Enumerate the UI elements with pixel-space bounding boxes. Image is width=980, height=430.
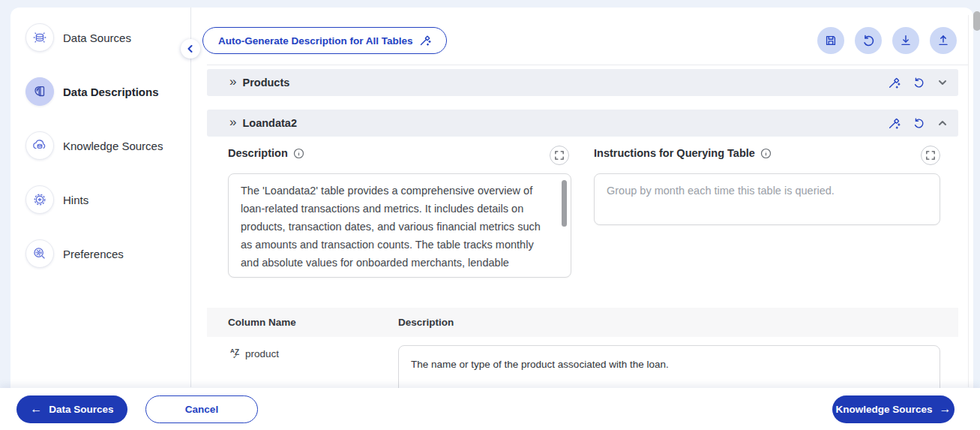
section-header-products[interactable]: » Products (207, 69, 958, 96)
sidebar-item-preferences[interactable]: Preferences (25, 239, 124, 268)
sidebar-item-data-descriptions[interactable]: Data Descriptions (25, 77, 159, 106)
sidebar-item-label: Data Sources (63, 32, 131, 44)
sidebar-item-label: Knowledge Sources (63, 140, 163, 152)
sidebar-item-hints[interactable]: Hints (25, 185, 88, 214)
info-icon (293, 148, 304, 159)
sidebar: Data Sources Data Descriptions Knowledge… (10, 8, 180, 430)
chevron-left-icon (186, 44, 195, 53)
data-descriptions-icon (25, 77, 54, 106)
sidebar-divider (190, 8, 191, 387)
instructions-label: Instructions for Querying Table (594, 147, 772, 159)
main-actions (817, 27, 957, 54)
string-type-icon: AZ✓ (230, 348, 241, 360)
arrow-left-icon: ← (30, 402, 42, 416)
undo-rotate-icon (862, 34, 876, 48)
arrow-right-icon: → (940, 402, 952, 416)
preferences-icon (25, 239, 54, 268)
sidebar-item-knowledge-sources[interactable]: Knowledge Sources (25, 131, 163, 160)
section-header-loandata2[interactable]: » Loandata2 (207, 110, 958, 137)
data-sources-icon (25, 23, 54, 52)
toolbar-divider (207, 65, 968, 65)
knowledge-sources-icon (25, 131, 54, 160)
sidebar-collapse-button[interactable] (181, 39, 200, 59)
section-title: Products (242, 77, 289, 89)
sidebar-item-label: Data Descriptions (63, 86, 159, 98)
expand-icon (555, 151, 564, 160)
app-card: Data Sources Data Descriptions Knowledge… (10, 8, 973, 430)
save-icon (824, 34, 838, 47)
sidebar-item-label: Hints (63, 194, 88, 206)
instructions-fullscreen-button[interactable] (921, 146, 940, 165)
section-reset-button[interactable] (913, 117, 925, 130)
textarea-scrollbar[interactable] (562, 180, 567, 227)
download-button[interactable] (892, 27, 919, 54)
sidebar-item-data-sources[interactable]: Data Sources (25, 23, 131, 52)
description-textarea[interactable]: The 'Loandata2' table provides a compreh… (229, 174, 571, 277)
auto-generate-all-label: Auto-Generate Description for All Tables (218, 35, 413, 47)
upload-icon (937, 34, 950, 47)
description-textarea-box: The 'Loandata2' table provides a compreh… (228, 173, 571, 278)
table-row-column-name: AZ✓ product (230, 348, 279, 360)
double-chevron-right-icon: » (229, 115, 236, 130)
download-icon (899, 34, 913, 47)
double-chevron-right-icon: » (229, 74, 236, 89)
expand-icon (926, 151, 935, 160)
next-button-label: Knowledge Sources (835, 404, 932, 415)
columns-table-header: Column Name Description (207, 308, 958, 337)
description-fullscreen-button[interactable] (550, 146, 569, 165)
footer-bar: ← Data Sources Cancel Knowledge Sources … (0, 388, 980, 430)
sidebar-item-label: Preferences (63, 248, 124, 260)
scrollbar-track (968, 15, 969, 387)
auto-generate-all-button[interactable]: Auto-Generate Description for All Tables (202, 27, 447, 54)
magic-wand-icon (419, 35, 431, 47)
info-icon (760, 148, 772, 159)
save-button[interactable] (817, 27, 844, 54)
cancel-button-label: Cancel (185, 404, 218, 415)
back-button-label: Data Sources (49, 404, 113, 415)
instructions-textarea[interactable] (595, 174, 940, 224)
section-reset-button[interactable] (913, 77, 925, 89)
section-collapse-chevron-up-icon[interactable] (937, 118, 948, 128)
reset-button[interactable] (855, 27, 882, 54)
scrollbar-thumb[interactable] (973, 11, 980, 31)
hints-icon (25, 185, 54, 214)
knowledge-sources-next-button[interactable]: Knowledge Sources → (832, 395, 955, 423)
cancel-button[interactable]: Cancel (145, 395, 258, 423)
description-header: Description (398, 317, 454, 328)
description-label: Description (228, 147, 304, 159)
upload-button[interactable] (930, 27, 957, 54)
column-name-value: product (245, 348, 279, 359)
section-magic-wand-button[interactable] (888, 77, 901, 89)
section-title: Loandata2 (242, 117, 297, 129)
data-sources-back-button[interactable]: ← Data Sources (16, 395, 127, 423)
section-expand-chevron-down-icon[interactable] (937, 77, 948, 88)
section-magic-wand-button[interactable] (888, 117, 901, 130)
instructions-textarea-box (594, 173, 940, 225)
column-name-header: Column Name (228, 317, 398, 328)
